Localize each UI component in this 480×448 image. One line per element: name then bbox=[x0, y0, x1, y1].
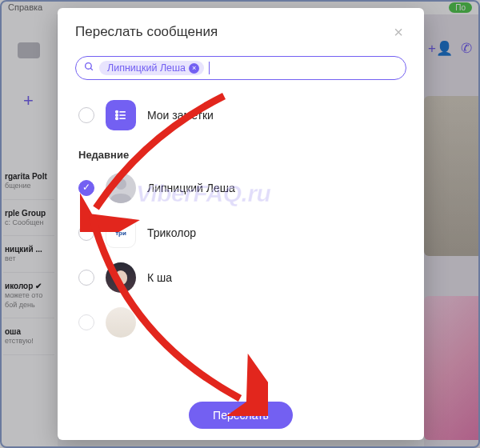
avatar: три bbox=[106, 218, 136, 248]
contact-row[interactable]: три Триколор bbox=[75, 210, 406, 255]
radio-checked[interactable] bbox=[78, 180, 94, 196]
svg-point-8 bbox=[115, 178, 126, 190]
search-input[interactable] bbox=[214, 62, 398, 74]
modal-title: Переслать сообщения bbox=[75, 24, 218, 40]
svg-point-4 bbox=[116, 114, 118, 117]
svg-line-1 bbox=[90, 68, 93, 70]
radio-unchecked[interactable] bbox=[78, 314, 94, 330]
search-icon bbox=[84, 62, 94, 74]
x-icon: × bbox=[192, 64, 196, 72]
text-caret bbox=[209, 62, 210, 74]
avatar bbox=[106, 173, 136, 203]
contact-row[interactable]: Липницкий Леша bbox=[75, 166, 406, 210]
contact-name: Триколор bbox=[147, 226, 196, 239]
contact-row[interactable] bbox=[75, 300, 406, 345]
avatar bbox=[106, 262, 136, 293]
svg-point-0 bbox=[86, 63, 92, 70]
radio-unchecked[interactable] bbox=[78, 225, 94, 241]
contact-name: Липницкий Леша bbox=[147, 182, 235, 194]
my-notes-row[interactable]: Мои заметки bbox=[75, 93, 406, 138]
chip-label: Липницкий Леша bbox=[107, 62, 186, 74]
notes-icon bbox=[106, 100, 136, 130]
forward-button[interactable]: Переслать bbox=[189, 402, 293, 429]
close-button[interactable]: × bbox=[390, 22, 406, 42]
selected-chip: Липницкий Леша × bbox=[99, 61, 204, 75]
chip-remove-button[interactable]: × bbox=[189, 63, 199, 74]
contact-row[interactable]: К ша bbox=[75, 255, 406, 300]
svg-point-6 bbox=[116, 118, 118, 120]
contact-name: К ша bbox=[147, 271, 172, 284]
modal-header: Переслать сообщения × bbox=[75, 22, 406, 42]
contact-list: Мои заметки Недавние Липницкий Леша три … bbox=[75, 93, 406, 397]
recent-section-label: Недавние bbox=[75, 138, 406, 166]
search-field[interactable]: Липницкий Леша × bbox=[75, 56, 406, 80]
contact-name: Мои заметки bbox=[147, 109, 214, 122]
radio-unchecked[interactable] bbox=[78, 107, 94, 123]
forward-modal: Переслать сообщения × Липницкий Леша × М… bbox=[58, 8, 424, 440]
modal-footer: Переслать bbox=[75, 397, 406, 429]
svg-point-2 bbox=[116, 111, 118, 114]
radio-unchecked[interactable] bbox=[78, 270, 94, 286]
close-icon: × bbox=[394, 23, 403, 41]
avatar bbox=[106, 307, 136, 338]
